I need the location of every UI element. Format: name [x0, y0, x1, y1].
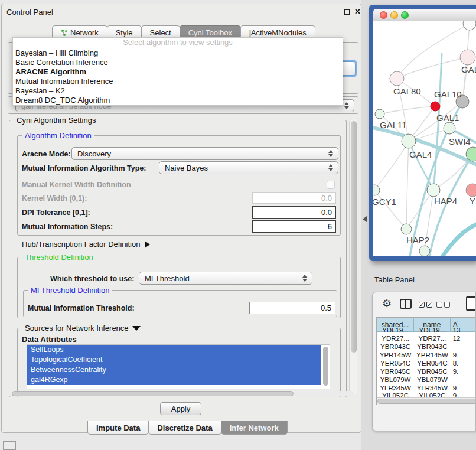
table-row[interactable]: YDR27...YDR27...12: [377, 334, 476, 343]
cell: YDR27...: [377, 334, 414, 343]
table-hscrollbar[interactable]: [377, 397, 476, 405]
attribute-item[interactable]: SelfLoops: [27, 345, 321, 355]
settings-hscrollbar-thumb[interactable]: [12, 391, 294, 396]
select-all-columns-icon[interactable]: ✓✓: [419, 302, 432, 308]
mi-threshold-group-title: MI Threshold Definition: [28, 286, 112, 295]
table-hscrollbar-thumb[interactable]: [377, 399, 476, 404]
node-gal-partial[interactable]: [460, 50, 475, 65]
apply-button[interactable]: Apply: [160, 402, 201, 415]
table-row[interactable]: YBR043CYBR043C: [377, 343, 476, 351]
close-panel-icon[interactable]: ✕: [354, 7, 361, 16]
hub-definition-toggle[interactable]: Hub/Transcription Factor Definition: [22, 240, 150, 249]
node-gal80[interactable]: [390, 71, 404, 86]
tab-discretize-data[interactable]: Discretize Data: [148, 421, 221, 435]
dpi-tolerance-value: 0.0: [321, 208, 332, 217]
minimized-panel-icon[interactable]: [3, 441, 16, 450]
tab-impute-data-label: Impute Data: [96, 423, 140, 432]
attribute-item[interactable]: TopologicalCoefficient: [27, 355, 321, 365]
mi-steps-field[interactable]: 6: [252, 220, 336, 233]
aracne-mode-select[interactable]: Discovery: [71, 147, 338, 160]
algorithm-option-selected[interactable]: ARACNE Algorithm: [13, 67, 343, 77]
mi-threshold-value: 0.5: [321, 304, 331, 312]
kernel-width-field[interactable]: 0.0: [252, 192, 336, 204]
tab-infer-network[interactable]: Infer Network: [221, 421, 288, 435]
dpi-tolerance-label: DPI Tolerance [0,1]:: [22, 208, 90, 217]
cell: YER054C: [414, 359, 451, 367]
gear-icon[interactable]: ⚙: [382, 297, 392, 310]
node-gcy1[interactable]: [373, 185, 380, 195]
stepper-arrows-icon: [326, 164, 335, 171]
table-row[interactable]: YPR145WYPR145W9.: [377, 351, 476, 359]
node-hap2[interactable]: [401, 224, 412, 234]
chevron-right-icon: [145, 241, 150, 248]
algorithm-option[interactable]: Basic Correlation Inference: [13, 58, 343, 67]
table-row[interactable]: YIL052CYIL052C9: [377, 392, 476, 397]
table-row[interactable]: YDL19...YDL19...13: [377, 326, 476, 334]
tab-style-label: Style: [116, 28, 133, 37]
table-row[interactable]: YLR345WYLR345W9.: [377, 384, 476, 392]
table-panel-title: Table Panel: [374, 275, 415, 284]
mi-threshold-field[interactable]: 0.5: [249, 302, 335, 314]
popup-placeholder: Select algorithm to view settings: [13, 38, 343, 48]
zoom-traffic-light[interactable]: [401, 11, 409, 19]
settings-hscrollbar[interactable]: [11, 391, 354, 396]
cell: YPR145W: [377, 351, 414, 359]
dpi-tolerance-field[interactable]: 0.0: [252, 206, 336, 219]
attributes-scrollbar-thumb[interactable]: [323, 347, 328, 386]
settings-scrollbar-thumb[interactable]: [351, 121, 357, 353]
splitter-collapse-arrow-icon[interactable]: [363, 216, 367, 222]
float-panel-icon[interactable]: [344, 9, 350, 15]
node-label: HAP2: [406, 235, 429, 245]
node-hap4[interactable]: [427, 184, 440, 197]
split-view-icon[interactable]: [400, 299, 412, 309]
node-salmon[interactable]: [466, 184, 476, 197]
node-label: GAL11: [380, 120, 407, 130]
stepper-arrows-icon: [342, 102, 351, 109]
algorithm-option[interactable]: Bayesian – Hill Climbing: [13, 48, 343, 58]
aracne-mode-value: Discovery: [72, 149, 326, 158]
node-label: GAL80: [393, 86, 421, 96]
cell: 9.: [451, 384, 476, 392]
table-row[interactable]: YER054CYER054C8.: [377, 359, 476, 367]
algorithm-definition-title: Algorithm Definition: [22, 131, 94, 140]
network-window-titlebar[interactable]: [373, 9, 476, 21]
settings-scrollbar[interactable]: [349, 119, 357, 395]
control-panel-titlebar: Control Panel ✕: [2, 4, 361, 19]
cell: 8.: [451, 359, 476, 367]
which-threshold-select[interactable]: MI Threshold: [139, 272, 312, 285]
cell: [451, 343, 476, 351]
attribute-item[interactable]: gal4RGexp: [27, 375, 321, 385]
table-row[interactable]: YBR045CYBR045C9.: [377, 367, 476, 376]
which-threshold-value: MI Threshold: [139, 274, 300, 283]
manual-kernel-checkbox[interactable]: [327, 181, 335, 189]
attribute-item[interactable]: BetweennessCentrality: [27, 365, 321, 375]
data-attributes-list: SelfLoops TopologicalCoefficient Between…: [27, 344, 330, 389]
node-selected-red[interactable]: [431, 102, 440, 111]
node-gal11[interactable]: [375, 109, 384, 119]
new-table-icon[interactable]: [466, 296, 476, 311]
mi-algorithm-type-select[interactable]: Naive Bayes: [159, 161, 338, 174]
cell: YBR045C: [414, 367, 451, 376]
chevron-down-icon[interactable]: [132, 326, 141, 331]
deselect-all-columns-icon[interactable]: [436, 302, 450, 308]
close-traffic-light[interactable]: [380, 11, 387, 19]
algorithm-option[interactable]: Dream8 DC_TDC Algorithm: [13, 96, 343, 105]
algorithm-option[interactable]: Bayesian – K2: [13, 86, 343, 96]
node-partial-top[interactable]: [463, 21, 476, 30]
screen: Control Panel ✕ Network Style Select Cyn…: [0, 0, 476, 450]
cell: YER054C: [377, 359, 414, 367]
stepper-arrows-icon: [300, 275, 309, 282]
network-view-window: GAL GAL80 GAL10 GAL1 GAL11 SWI4 GAL4 GCY…: [369, 5, 476, 261]
node-partial-bottom[interactable]: [419, 246, 430, 256]
tab-impute-data[interactable]: Impute Data: [87, 421, 149, 435]
node-gal4[interactable]: [402, 134, 416, 148]
tab-select-label: Select: [150, 28, 171, 37]
tab-discretize-data-label: Discretize Data: [157, 423, 212, 432]
algorithm-option[interactable]: Mutual Information Inference: [13, 77, 343, 86]
cell: YBR043C: [414, 343, 451, 351]
network-canvas[interactable]: GAL GAL80 GAL10 GAL1 GAL11 SWI4 GAL4 GCY…: [373, 21, 476, 256]
table-row[interactable]: YBL079WYBL079W: [377, 376, 476, 384]
node-label: SWI4: [449, 136, 471, 146]
node-gal1[interactable]: [444, 122, 455, 134]
minimize-traffic-light[interactable]: [390, 11, 398, 19]
